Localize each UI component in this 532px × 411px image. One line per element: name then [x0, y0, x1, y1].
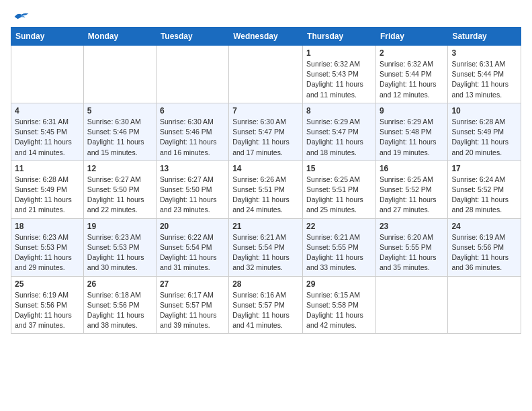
- calendar-cell: 23Sunrise: 6:20 AMSunset: 5:55 PMDayligh…: [375, 218, 447, 276]
- day-number: 26: [87, 279, 152, 289]
- calendar-cell: 5Sunrise: 6:30 AMSunset: 5:46 PMDaylight…: [83, 103, 156, 161]
- day-number: 27: [160, 279, 225, 289]
- calendar-cell: 25Sunrise: 6:19 AMSunset: 5:56 PMDayligh…: [11, 276, 84, 334]
- week-row-5: 25Sunrise: 6:19 AMSunset: 5:56 PMDayligh…: [11, 276, 521, 334]
- day-number: 25: [15, 279, 80, 289]
- calendar-cell: 27Sunrise: 6:17 AMSunset: 5:57 PMDayligh…: [156, 276, 228, 334]
- day-info: Sunrise: 6:15 AMSunset: 5:58 PMDaylight:…: [306, 290, 372, 331]
- calendar-cell: 22Sunrise: 6:21 AMSunset: 5:55 PMDayligh…: [303, 218, 376, 276]
- day-number: 9: [380, 106, 444, 116]
- calendar-cell: 18Sunrise: 6:23 AMSunset: 5:53 PMDayligh…: [11, 218, 84, 276]
- calendar-cell: 24Sunrise: 6:19 AMSunset: 5:56 PMDayligh…: [448, 218, 521, 276]
- logo-bird-icon: [13, 11, 30, 23]
- calendar-cell: 9Sunrise: 6:29 AMSunset: 5:48 PMDaylight…: [375, 103, 447, 161]
- day-number: 20: [160, 222, 225, 231]
- day-number: 23: [380, 222, 444, 231]
- calendar-cell: [229, 46, 303, 103]
- calendar-cell: [375, 276, 447, 334]
- calendar-cell: 6Sunrise: 6:30 AMSunset: 5:46 PMDaylight…: [156, 103, 228, 161]
- day-info: Sunrise: 6:30 AMSunset: 5:46 PMDaylight:…: [87, 117, 152, 158]
- day-number: 12: [87, 164, 152, 173]
- day-info: Sunrise: 6:31 AMSunset: 5:45 PMDaylight:…: [15, 117, 80, 158]
- day-info: Sunrise: 6:21 AMSunset: 5:54 PMDaylight:…: [232, 232, 299, 273]
- day-number: 15: [306, 164, 372, 173]
- day-info: Sunrise: 6:32 AMSunset: 5:43 PMDaylight:…: [306, 59, 372, 100]
- day-info: Sunrise: 6:30 AMSunset: 5:46 PMDaylight:…: [160, 117, 225, 158]
- week-row-3: 11Sunrise: 6:28 AMSunset: 5:49 PMDayligh…: [11, 161, 521, 218]
- week-row-2: 4Sunrise: 6:31 AMSunset: 5:45 PMDaylight…: [11, 103, 521, 161]
- col-header-sunday: Sunday: [11, 28, 84, 46]
- calendar-cell: 28Sunrise: 6:16 AMSunset: 5:57 PMDayligh…: [229, 276, 303, 334]
- day-info: Sunrise: 6:26 AMSunset: 5:51 PMDaylight:…: [232, 175, 299, 216]
- day-number: 2: [380, 48, 444, 58]
- col-header-saturday: Saturday: [448, 28, 521, 46]
- day-info: Sunrise: 6:19 AMSunset: 5:56 PMDaylight:…: [451, 232, 517, 273]
- calendar-cell: 20Sunrise: 6:22 AMSunset: 5:54 PMDayligh…: [156, 218, 228, 276]
- calendar-cell: 2Sunrise: 6:32 AMSunset: 5:44 PMDaylight…: [375, 46, 447, 103]
- calendar-cell: [448, 276, 521, 334]
- page-header: [11, 11, 521, 23]
- calendar-cell: 1Sunrise: 6:32 AMSunset: 5:43 PMDaylight…: [303, 46, 376, 103]
- day-info: Sunrise: 6:23 AMSunset: 5:53 PMDaylight:…: [87, 232, 152, 273]
- day-number: 17: [451, 164, 517, 173]
- day-number: 11: [15, 164, 80, 173]
- day-number: 21: [232, 222, 299, 231]
- day-number: 5: [87, 106, 152, 116]
- day-number: 8: [306, 106, 372, 116]
- day-number: 18: [15, 222, 80, 231]
- calendar-cell: 7Sunrise: 6:30 AMSunset: 5:47 PMDaylight…: [229, 103, 303, 161]
- day-number: 28: [232, 279, 299, 289]
- day-number: 14: [232, 164, 299, 173]
- day-info: Sunrise: 6:28 AMSunset: 5:49 PMDaylight:…: [451, 117, 517, 158]
- day-info: Sunrise: 6:16 AMSunset: 5:57 PMDaylight:…: [232, 290, 299, 331]
- day-number: 13: [160, 164, 225, 173]
- day-info: Sunrise: 6:25 AMSunset: 5:52 PMDaylight:…: [380, 175, 444, 216]
- day-info: Sunrise: 6:24 AMSunset: 5:52 PMDaylight:…: [451, 175, 517, 216]
- calendar-table: SundayMondayTuesdayWednesdayThursdayFrid…: [11, 27, 521, 334]
- day-number: 3: [451, 48, 517, 58]
- calendar-header-row: SundayMondayTuesdayWednesdayThursdayFrid…: [11, 28, 521, 46]
- calendar-cell: [83, 46, 156, 103]
- day-number: 19: [87, 222, 152, 231]
- col-header-tuesday: Tuesday: [156, 28, 228, 46]
- day-number: 22: [306, 222, 372, 231]
- calendar-cell: 16Sunrise: 6:25 AMSunset: 5:52 PMDayligh…: [375, 161, 447, 218]
- col-header-friday: Friday: [375, 28, 447, 46]
- day-number: 4: [15, 106, 80, 116]
- day-info: Sunrise: 6:21 AMSunset: 5:55 PMDaylight:…: [306, 232, 372, 273]
- day-info: Sunrise: 6:18 AMSunset: 5:56 PMDaylight:…: [87, 290, 152, 331]
- day-info: Sunrise: 6:29 AMSunset: 5:47 PMDaylight:…: [306, 117, 372, 158]
- calendar-cell: 14Sunrise: 6:26 AMSunset: 5:51 PMDayligh…: [229, 161, 303, 218]
- day-info: Sunrise: 6:31 AMSunset: 5:44 PMDaylight:…: [451, 59, 517, 100]
- day-info: Sunrise: 6:25 AMSunset: 5:51 PMDaylight:…: [306, 175, 372, 216]
- day-number: 10: [451, 106, 517, 116]
- calendar-cell: 11Sunrise: 6:28 AMSunset: 5:49 PMDayligh…: [11, 161, 84, 218]
- calendar-cell: 10Sunrise: 6:28 AMSunset: 5:49 PMDayligh…: [448, 103, 521, 161]
- day-info: Sunrise: 6:32 AMSunset: 5:44 PMDaylight:…: [380, 59, 444, 100]
- day-info: Sunrise: 6:19 AMSunset: 5:56 PMDaylight:…: [15, 290, 80, 331]
- day-info: Sunrise: 6:28 AMSunset: 5:49 PMDaylight:…: [15, 175, 80, 216]
- day-number: 1: [306, 48, 372, 58]
- calendar-cell: 29Sunrise: 6:15 AMSunset: 5:58 PMDayligh…: [303, 276, 376, 334]
- week-row-4: 18Sunrise: 6:23 AMSunset: 5:53 PMDayligh…: [11, 218, 521, 276]
- day-info: Sunrise: 6:22 AMSunset: 5:54 PMDaylight:…: [160, 232, 225, 273]
- day-info: Sunrise: 6:27 AMSunset: 5:50 PMDaylight:…: [87, 175, 152, 216]
- col-header-wednesday: Wednesday: [229, 28, 303, 46]
- logo: [11, 11, 31, 23]
- col-header-thursday: Thursday: [303, 28, 376, 46]
- week-row-1: 1Sunrise: 6:32 AMSunset: 5:43 PMDaylight…: [11, 46, 521, 103]
- calendar-cell: 15Sunrise: 6:25 AMSunset: 5:51 PMDayligh…: [303, 161, 376, 218]
- calendar-cell: 13Sunrise: 6:27 AMSunset: 5:50 PMDayligh…: [156, 161, 228, 218]
- calendar-cell: 19Sunrise: 6:23 AMSunset: 5:53 PMDayligh…: [83, 218, 156, 276]
- day-info: Sunrise: 6:17 AMSunset: 5:57 PMDaylight:…: [160, 290, 225, 331]
- calendar-cell: 4Sunrise: 6:31 AMSunset: 5:45 PMDaylight…: [11, 103, 84, 161]
- day-info: Sunrise: 6:29 AMSunset: 5:48 PMDaylight:…: [380, 117, 444, 158]
- calendar-cell: 3Sunrise: 6:31 AMSunset: 5:44 PMDaylight…: [448, 46, 521, 103]
- day-number: 24: [451, 222, 517, 231]
- calendar-cell: 26Sunrise: 6:18 AMSunset: 5:56 PMDayligh…: [83, 276, 156, 334]
- calendar-cell: 17Sunrise: 6:24 AMSunset: 5:52 PMDayligh…: [448, 161, 521, 218]
- col-header-monday: Monday: [83, 28, 156, 46]
- calendar-cell: 21Sunrise: 6:21 AMSunset: 5:54 PMDayligh…: [229, 218, 303, 276]
- day-info: Sunrise: 6:20 AMSunset: 5:55 PMDaylight:…: [380, 232, 444, 273]
- calendar-cell: [156, 46, 228, 103]
